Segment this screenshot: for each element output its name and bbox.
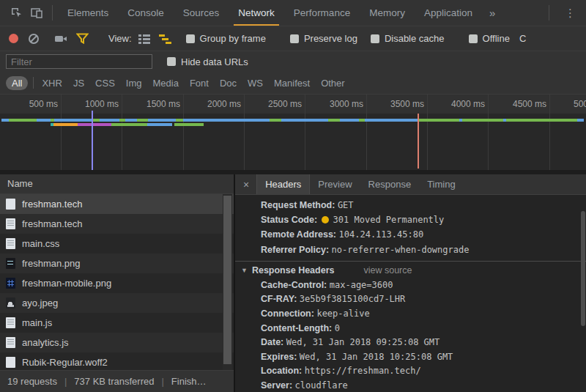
response-headers-title[interactable]: Response Headers — [252, 265, 335, 275]
record-button[interactable] — [9, 34, 18, 43]
checkbox-box[interactable] — [290, 34, 299, 43]
overview-bar-segment — [119, 119, 125, 122]
overview-bar-segment — [148, 119, 176, 122]
request-row[interactable]: freshman.png — [0, 254, 234, 273]
request-row[interactable]: freshman.tech — [0, 194, 234, 214]
waterfall-overview-icon[interactable] — [158, 34, 172, 44]
general-headers: Request Method: GETStatus Code: 301 Move… — [235, 198, 586, 257]
request-row[interactable]: main.js — [0, 313, 234, 333]
throttling-label-clipped[interactable]: C — [519, 33, 526, 44]
checkbox-box[interactable] — [167, 57, 176, 66]
header-name: CF-RAY: — [261, 294, 297, 304]
device-toolbar-icon[interactable] — [26, 0, 47, 26]
document-icon — [6, 337, 15, 348]
overview-bar-segment — [183, 119, 270, 122]
devtools-menu-icon[interactable]: ⋮ — [555, 0, 586, 26]
overview-bar-segment — [281, 119, 328, 122]
offline-checkbox[interactable]: Offline — [469, 33, 510, 44]
hide-data-urls-checkbox[interactable]: Hide data URLs — [167, 56, 248, 67]
header-row: Server: cloudflare — [235, 379, 586, 392]
checkbox-box[interactable] — [186, 34, 195, 43]
capture-screenshots-icon[interactable] — [54, 34, 69, 44]
details-tab-timing[interactable]: Timing — [419, 174, 464, 194]
request-row[interactable]: freshman-mobile.png — [0, 273, 234, 293]
toolbar-separator — [52, 5, 53, 21]
view-source-link[interactable]: view source — [363, 265, 412, 275]
column-header-name[interactable]: Name — [0, 174, 234, 194]
filter-pill-font[interactable]: Font — [190, 78, 209, 89]
request-row[interactable]: freshman.tech — [0, 214, 234, 234]
overview-bar-segment — [125, 119, 137, 122]
overview-bar-segment — [462, 119, 503, 122]
checkbox-label: Preserve log — [304, 33, 357, 44]
preserve-log-checkbox[interactable]: Preserve log — [290, 33, 357, 44]
group-by-frame-checkbox[interactable]: Group by frame — [186, 33, 266, 44]
more-tabs-button[interactable]: » — [482, 0, 502, 26]
filter-pill-ws[interactable]: WS — [248, 78, 263, 89]
checkbox-box[interactable] — [371, 34, 379, 43]
header-row: Connection: keep-alive — [235, 307, 586, 322]
filter-pill-media[interactable]: Media — [152, 78, 178, 89]
details-tabs: HeadersPreviewResponseTiming — [256, 174, 463, 194]
devtools-tabbar: ElementsConsoleSourcesNetworkPerformance… — [0, 0, 586, 26]
filter-pill-img[interactable]: Img — [126, 78, 142, 89]
document-icon — [6, 218, 15, 229]
details-scrollbar-thumb[interactable] — [581, 211, 585, 326]
disable-cache-checkbox[interactable]: Disable cache — [371, 33, 445, 44]
overview-bar-segment — [9, 119, 37, 122]
header-value: 3e5b9f3815100cd7-LHR — [300, 294, 406, 304]
request-name: Rubik-Regular.woff2 — [22, 357, 108, 368]
tab-application[interactable]: Application — [415, 0, 482, 26]
clear-requests-icon[interactable] — [29, 34, 39, 44]
header-row: Content-Length: 0 — [235, 322, 586, 336]
resource-type-filters: AllXHRJSCSSImgMediaFontDocWSManifestOthe… — [0, 72, 586, 95]
tab-memory[interactable]: Memory — [360, 0, 415, 26]
header-row: Cache-Control: max-age=3600 — [235, 278, 586, 293]
header-name: Location: — [261, 366, 302, 376]
large-rows-view-icon[interactable] — [138, 34, 151, 44]
checkbox-label: Disable cache — [385, 33, 445, 44]
filter-pill-js[interactable]: JS — [73, 78, 84, 89]
close-details-icon[interactable]: × — [235, 174, 256, 194]
checkbox-box[interactable] — [469, 34, 478, 43]
filter-pill-manifest[interactable]: Manifest — [274, 78, 310, 89]
filter-pill-xhr[interactable]: XHR — [42, 78, 62, 89]
filter-pill-css[interactable]: CSS — [95, 78, 115, 89]
ruler-tick-label: 1000 ms — [67, 99, 119, 109]
checkbox-label: Hide data URLs — [181, 56, 248, 67]
collapse-triangle-icon[interactable]: ▼ — [241, 267, 248, 274]
tab-performance[interactable]: Performance — [284, 0, 360, 26]
filter-pill-doc[interactable]: Doc — [220, 78, 237, 89]
details-tabbar: × HeadersPreviewResponseTiming — [235, 174, 586, 195]
request-row[interactable]: main.css — [0, 234, 234, 254]
checkbox-label: Group by frame — [200, 33, 266, 44]
request-row[interactable]: ayo.jpeg — [0, 293, 234, 313]
header-name: Content-Length: — [261, 323, 332, 333]
filter-funnel-icon[interactable] — [76, 33, 89, 44]
filter-pill-all[interactable]: All — [6, 76, 28, 90]
inspect-element-icon[interactable] — [6, 0, 26, 26]
tab-sources[interactable]: Sources — [174, 0, 229, 26]
network-summary-bar: 19 requests|737 KB transferred|Finish… — [0, 370, 234, 392]
request-list: freshman.techfreshman.techmain.cssfreshm… — [0, 194, 234, 370]
filter-pill-other[interactable]: Other — [321, 78, 345, 89]
request-row[interactable]: analytics.js — [0, 333, 234, 352]
header-value: GET — [338, 200, 354, 210]
requests-panel: Name freshman.techfreshman.techmain.cssf… — [0, 174, 235, 392]
details-tab-headers[interactable]: Headers — [256, 174, 310, 194]
network-toolbar: View: Group by frame Preserve log — [0, 26, 586, 51]
network-overview[interactable]: 500 ms1000 ms1500 ms2000 ms2500 ms3000 m… — [0, 95, 586, 174]
details-tab-preview[interactable]: Preview — [310, 174, 360, 194]
requests-scrollbar-thumb[interactable] — [223, 196, 231, 364]
header-name: Referrer Policy: — [261, 245, 329, 255]
image-thumbnail-icon — [6, 258, 15, 269]
filter-input[interactable] — [6, 54, 152, 69]
details-tab-response[interactable]: Response — [360, 174, 420, 194]
document-icon — [6, 238, 15, 249]
request-row[interactable]: Rubik-Regular.woff2 — [0, 352, 234, 370]
tab-console[interactable]: Console — [118, 0, 174, 26]
ruler-tick-label: 2500 ms — [251, 99, 302, 109]
tab-elements[interactable]: Elements — [58, 0, 118, 26]
tab-network[interactable]: Network — [229, 0, 284, 26]
summary-separator: | — [64, 376, 67, 387]
